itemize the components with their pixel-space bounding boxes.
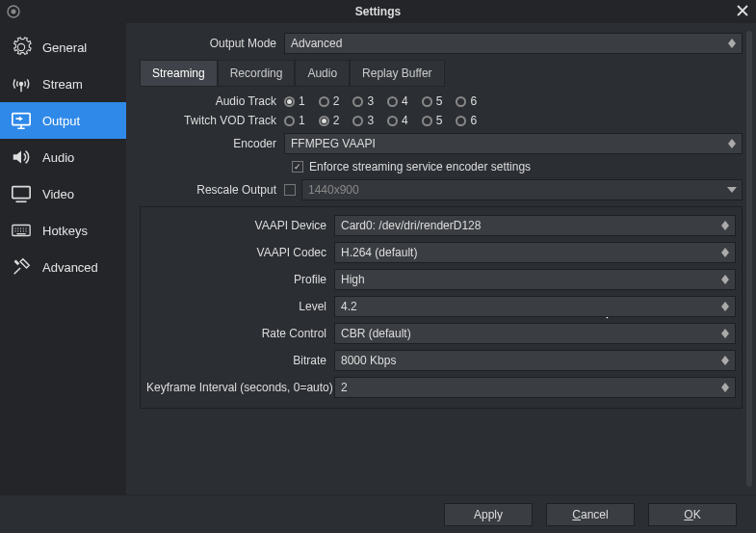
rescale-value: 1440x900: [308, 183, 359, 197]
spin-icon: [718, 270, 732, 289]
cancel-button[interactable]: Cancel: [546, 503, 635, 526]
sidebar-item-label: Video: [42, 187, 74, 201]
output-mode-label: Output Mode: [140, 37, 284, 50]
sidebar-item-label: Output: [42, 114, 80, 128]
svg-point-1: [12, 10, 16, 14]
sidebar-item-label: General: [42, 40, 87, 55]
sidebar-item-stream[interactable]: Stream: [0, 66, 126, 102]
rate-control-label: Rate Control: [146, 327, 334, 340]
vaapi-codec-label: VAAPI Codec: [146, 246, 334, 259]
audio-track-label: Audio Track: [140, 94, 284, 108]
enforce-label: Enforce streaming service encoder settin…: [309, 160, 531, 173]
tab-audio[interactable]: Audio: [295, 60, 350, 87]
vod-track-6[interactable]: 6: [456, 114, 477, 127]
keyframe-label: Keyframe Interval (seconds, 0=auto): [146, 381, 334, 394]
audio-track-4[interactable]: 4: [387, 94, 408, 108]
audio-track-5[interactable]: 5: [422, 94, 443, 108]
rescale-select: 1440x900: [301, 179, 743, 200]
sidebar-item-hotkeys[interactable]: Hotkeys: [0, 212, 126, 249]
chevron-down-icon: [725, 180, 739, 200]
vod-track-1[interactable]: 1: [284, 114, 305, 127]
vaapi-device-label: VAAPI Device: [146, 219, 334, 232]
sidebar-item-label: Stream: [42, 77, 83, 92]
vaapi-device-select[interactable]: Card0: /dev/dri/renderD128: [334, 215, 736, 236]
tools-icon: [10, 255, 33, 279]
spin-icon: [718, 297, 732, 316]
vod-track-4[interactable]: 4: [387, 114, 408, 127]
enforce-checkbox[interactable]: [292, 161, 303, 173]
tab-replay-buffer[interactable]: Replay Buffer: [350, 60, 445, 87]
keyframe-input[interactable]: 2: [334, 377, 736, 398]
sidebar-item-general[interactable]: General: [0, 29, 126, 66]
sidebar-item-label: Advanced: [42, 260, 98, 275]
spin-icon: [718, 324, 732, 343]
tab-recording[interactable]: Recording: [218, 60, 296, 87]
svg-rect-4: [13, 187, 30, 199]
bitrate-label: Bitrate: [146, 354, 334, 367]
vaapi-codec-select[interactable]: H.264 (default): [334, 242, 736, 263]
window-title: Settings: [355, 5, 401, 18]
level-label: Level: [146, 300, 334, 313]
tabbar: Streaming Recording Audio Replay Buffer: [140, 60, 743, 87]
output-mode-select[interactable]: Advanced: [284, 33, 743, 54]
profile-select[interactable]: High: [334, 269, 736, 290]
sidebar: General Stream Output Audio Video Hotkey…: [0, 23, 126, 494]
audio-track-1[interactable]: 1: [284, 94, 305, 108]
profile-label: Profile: [146, 273, 334, 286]
vod-track-3[interactable]: 3: [352, 114, 374, 127]
spin-icon: [725, 134, 739, 153]
sidebar-item-output[interactable]: Output: [0, 102, 126, 139]
audio-track-3[interactable]: 3: [352, 94, 374, 108]
tab-streaming[interactable]: Streaming: [140, 60, 218, 87]
vod-track-2[interactable]: 2: [319, 114, 340, 127]
footer: Apply Cancel OK: [0, 494, 756, 533]
spin-icon: [718, 216, 732, 235]
sidebar-item-advanced[interactable]: Advanced: [0, 249, 126, 285]
rescale-checkbox[interactable]: [284, 184, 296, 196]
spin-icon: [718, 243, 732, 262]
spin-icon: [725, 34, 739, 53]
main-panel: Output Mode Advanced Streaming Recording…: [126, 23, 756, 494]
gear-icon: [10, 36, 33, 59]
monitor-icon: [10, 109, 33, 132]
audio-track-2[interactable]: 2: [319, 94, 340, 108]
sidebar-item-label: Audio: [42, 150, 74, 165]
vod-track-label: Twitch VOD Track: [140, 114, 284, 127]
sidebar-item-video[interactable]: Video: [0, 175, 126, 212]
level-select[interactable]: 4.2: [334, 296, 736, 317]
bitrate-input[interactable]: 8000 Kbps: [334, 350, 736, 371]
audio-track-group: 1 2 3 4 5 6: [284, 94, 743, 108]
apply-button[interactable]: Apply: [444, 503, 533, 526]
encoder-settings-panel: VAAPI Device Card0: /dev/dri/renderD128 …: [140, 206, 743, 409]
vod-track-5[interactable]: 5: [422, 114, 443, 127]
titlebar: Settings: [0, 0, 756, 23]
encoder-select[interactable]: FFMPEG VAAPI: [284, 133, 743, 154]
spin-icon: [718, 351, 732, 370]
sidebar-item-label: Hotkeys: [42, 224, 88, 238]
rate-control-select[interactable]: CBR (default): [334, 323, 736, 344]
scrollbar[interactable]: [746, 31, 752, 487]
display-icon: [10, 182, 33, 205]
audio-track-6[interactable]: 6: [456, 94, 477, 108]
encoder-value: FFMPEG VAAPI: [291, 137, 376, 150]
encoder-label: Encoder: [140, 137, 284, 150]
ok-button[interactable]: OK: [648, 503, 737, 526]
keyboard-icon: [10, 219, 33, 242]
close-icon[interactable]: [735, 3, 750, 18]
vod-track-group: 1 2 3 4 5 6: [284, 114, 743, 127]
spin-icon: [718, 378, 732, 397]
sidebar-item-audio[interactable]: Audio: [0, 139, 126, 175]
rescale-label: Rescale Output: [140, 183, 284, 197]
output-mode-value: Advanced: [291, 37, 342, 50]
speaker-icon: [10, 146, 33, 169]
app-icon: [6, 4, 21, 19]
antenna-icon: [10, 72, 33, 95]
